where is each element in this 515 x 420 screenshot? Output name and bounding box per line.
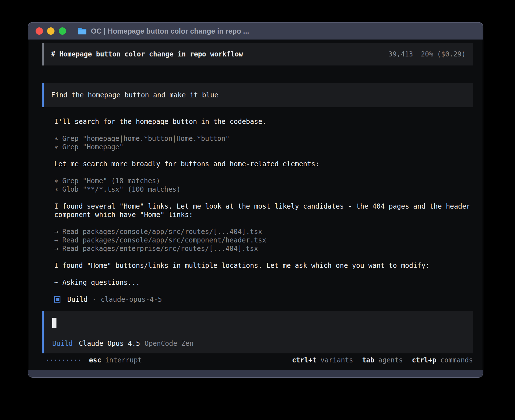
traffic-lights [36,27,66,35]
line-text: Glob "**/*.tsx" (100 matches) [62,185,180,193]
text-cursor [52,318,56,328]
provider-label: OpenCode Zen [145,339,193,348]
tool-call-line: ∗Grep "Homepage" [54,143,472,151]
user-message-text: Find the homepage button and make it blu… [51,91,218,99]
line-text: ~ Asking questions... [54,279,140,286]
spinner-dot [71,360,72,361]
status-bar-right: ctrl+tvariantstabagentsctrl+pcommands [283,356,473,364]
session-header: # Homepage button color change in repo w… [42,43,473,65]
line-text: Grep "Home" (18 matches) [62,177,160,185]
agent-name: Build [67,295,88,304]
spinner-dot [79,360,80,361]
shortcut-key: tab [362,356,374,364]
agent-status-line: Build · claude-opus-4-5 [54,295,473,304]
model-label: Claude Opus 4.5 [79,339,140,348]
tool-call-line: →Read packages/enterprise/src/routes/[..… [54,244,472,253]
terminal-content: # Homepage button color change in repo w… [28,40,483,370]
esc-key-label: interrupt [105,356,142,364]
shortcut-label: variants [320,356,353,364]
tool-call-line: →Read packages/console/app/src/component… [54,236,472,244]
context-percent: 20% [421,50,433,58]
close-button[interactable] [36,27,43,35]
shortcut-label: commands [440,356,473,364]
line-text: Let me search more broadly for buttons a… [54,160,319,168]
minimize-button[interactable] [47,27,54,35]
tool-asterisk-icon: ∗ [54,177,58,185]
assistant-text-line: Let me search more broadly for buttons a… [54,160,472,168]
assistant-text-line: I found "Home" buttons/links in multiple… [54,261,472,270]
desktop: OC | Homepage button color change in rep… [0,0,515,420]
spinner-dot [63,360,64,361]
spinner-dot [59,360,60,361]
session-meta: 39,413 20% ($0.29) [389,50,466,58]
spinner-dots-icon [47,360,80,361]
assistant-text-line: I found several "Home" links. Let me loo… [54,202,472,219]
tool-asterisk-icon: ∗ [54,134,58,143]
tool-call-line: ∗Glob "**/*.tsx" (100 matches) [54,185,472,194]
tool-asterisk-icon: ∗ [54,143,58,151]
shortcut-key: ctrl+t [292,356,317,364]
shortcut-key: ctrl+p [412,356,437,364]
folder-icon [77,27,87,35]
spinner-dot [55,360,56,361]
mode-label: Build [52,339,73,348]
read-arrow-icon: → [54,236,58,244]
tool-call-line: →Read packages/console/app/src/routes/[.… [54,228,472,236]
agent-model-id: claude-opus-4-5 [101,295,162,304]
tool-asterisk-icon: ∗ [54,185,58,194]
spinner-dot [67,360,68,361]
window-title: OC | Homepage button color change in rep… [91,27,249,35]
line-text: Grep "Homepage" [62,143,123,151]
token-count: 39,413 [389,50,413,58]
shortcut-hint-agents: tabagents [362,356,403,364]
esc-key-hint: esc [89,356,101,364]
build-agent-icon [54,296,60,303]
line-text: I found several "Home" links. Let me loo… [54,202,470,219]
prompt-input[interactable]: Build Claude Opus 4.5 OpenCode Zen [42,311,473,353]
spinner-dot [51,360,52,361]
shortcut-hint-commands: ctrl+pcommands [412,356,473,364]
line-text: I'll search for the homepage button in t… [54,118,266,126]
session-title: # Homepage button color change in repo w… [51,50,243,58]
shortcut-label: agents [378,356,403,364]
tool-call-line: ∗Grep "Home" (18 matches) [54,177,472,185]
terminal-window: OC | Homepage button color change in rep… [28,22,483,378]
shortcut-hint-variants: ctrl+tvariants [292,356,353,364]
user-message: Find the homepage button and make it blu… [42,83,473,107]
zoom-button[interactable] [59,27,66,35]
agent-separator: · [92,295,96,304]
titlebar[interactable]: OC | Homepage button color change in rep… [28,23,483,40]
spinner-dot [75,360,76,361]
line-text: I found "Home" buttons/links in multiple… [54,262,429,270]
line-text: Read packages/enterprise/src/routes/[...… [62,245,258,253]
status-bar-left: esc interrupt [47,356,142,364]
spinner-dot [47,360,48,361]
read-arrow-icon: → [54,244,58,253]
transcript: I'll search for the homepage button in t… [54,117,473,287]
assistant-text-line: I'll search for the homepage button in t… [54,117,472,126]
status-bar: esc interrupt ctrl+tvariantstabagentsctr… [42,356,473,364]
assistant-text-line: ~ Asking questions... [54,278,472,287]
window-bottom-strip [28,370,483,377]
tool-call-line: ∗Grep "homepage|home.*button|Home.*butto… [54,134,472,143]
line-text: Grep "homepage|home.*button|Home.*button… [62,135,229,143]
session-cost: ($0.29) [437,50,466,58]
read-arrow-icon: → [54,228,58,236]
line-text: Read packages/console/app/src/component/… [62,236,266,244]
line-text: Read packages/console/app/src/routes/[..… [62,228,262,236]
input-meta-row: Build Claude Opus 4.5 OpenCode Zen [52,339,466,348]
